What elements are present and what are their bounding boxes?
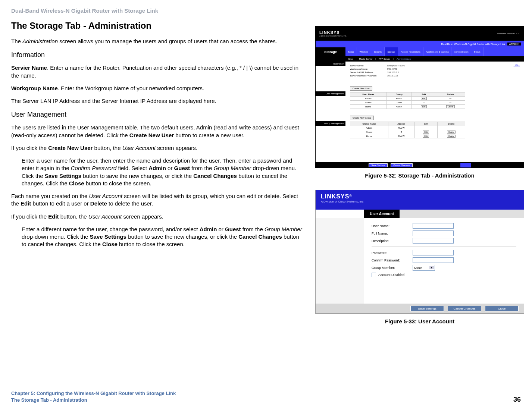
- save-settings-button[interactable]: Save Settings: [410, 306, 444, 311]
- th-edit: Edit: [412, 92, 436, 97]
- group-table: Group NameAccessEditDelete AdminR & W---…: [350, 122, 465, 138]
- section-title: The Storage Tab - Administration: [11, 21, 304, 31]
- workgroup-paragraph: Workgroup Name. Enter the Workgroup Name…: [11, 85, 304, 92]
- help-link[interactable]: Help...: [514, 64, 520, 66]
- server-name-label: Server Name:: [350, 65, 387, 67]
- cancel-changes-button[interactable]: Cancel Changes: [391, 163, 412, 167]
- tab-admin[interactable]: Administration: [451, 47, 471, 56]
- sidebar-user-mgmt: User Management: [316, 91, 345, 96]
- tab-storage[interactable]: Storage: [385, 47, 398, 56]
- subnav-disk[interactable]: Disk: [345, 58, 356, 60]
- th-delete: Delete: [436, 92, 465, 97]
- fig2-button-bar: Save Settings Cancel Changes Close: [316, 304, 524, 313]
- page-footer: Chapter 5: Configuring the Wireless-N Gi…: [11, 390, 521, 404]
- password-input[interactable]: [413, 250, 454, 255]
- group-member-label: Group Member:: [372, 266, 413, 270]
- th-username: User Name: [350, 92, 387, 97]
- fig1-bottom-bar: Save Settings Cancel Changes: [316, 162, 524, 168]
- footer-chapter-info: Chapter 5: Configuring the Wireless-N Gi…: [11, 390, 176, 404]
- close-button[interactable]: Close: [485, 306, 519, 311]
- th-delete: Delete: [438, 122, 465, 126]
- logo-subtitle: A Division of Cisco Systems, Inc.: [321, 200, 519, 203]
- tab-security[interactable]: Security: [371, 47, 385, 56]
- user-name-label: User Name:: [372, 224, 413, 228]
- fig1-main: Help... Server Name:LinksysWRT600N Workg…: [345, 62, 524, 162]
- create-new-group-button[interactable]: Create New Group: [350, 116, 374, 120]
- left-column: The Storage Tab - Administration The Adm…: [11, 21, 304, 336]
- linksys-logo: LINKSYS: [319, 30, 347, 35]
- table-row: HomeAdminEditDelete: [350, 105, 465, 109]
- user-intro-paragraph: The users are listed in the User Managem…: [11, 124, 304, 139]
- fig1-nav: Storage Setup Wireless Security Storage …: [316, 47, 524, 56]
- table-row: GuessREditDelete: [350, 130, 465, 134]
- confirm-password-label: Confirm Password:: [372, 258, 413, 262]
- user-table: User NameGroupEditDelete AdminAdminEdit-…: [350, 92, 465, 109]
- edit-detail-paragraph: Enter a different name for the user, cha…: [22, 226, 304, 248]
- tab-apps[interactable]: Applications & Gaming: [423, 47, 452, 56]
- tab-status[interactable]: Status: [471, 47, 483, 56]
- delete-button[interactable]: Delete: [447, 131, 455, 134]
- edit-click-paragraph: If you click the Edit button, the User A…: [11, 213, 304, 220]
- figure1-caption: Figure 5-32: Storage Tab - Administratio…: [315, 172, 524, 179]
- each-name-paragraph: Each name you created on the User Accoun…: [11, 192, 304, 208]
- tab-wireless[interactable]: Wireless: [357, 47, 371, 56]
- workgroup-label: Workgroup Name:: [350, 68, 387, 70]
- save-settings-button[interactable]: Save Settings: [369, 163, 388, 167]
- edit-button[interactable]: Edit: [423, 131, 429, 134]
- right-column: LINKSYS A Division of Cisco Systems, Inc…: [315, 21, 524, 336]
- intro-paragraph: The Administration screen allows you to …: [11, 38, 304, 45]
- nav-section-label: Storage: [316, 47, 345, 56]
- sidebar-group-mgmt: Group Management: [316, 121, 345, 126]
- table-row: HomeR & WEditDelete: [350, 134, 465, 138]
- description-label: Description:: [372, 239, 413, 243]
- ip-display-paragraph: The Server LAN IP Address and the Server…: [11, 97, 304, 105]
- account-disabled-checkbox[interactable]: [372, 273, 376, 277]
- tab-access[interactable]: Access Restrictions: [398, 47, 423, 56]
- cisco-logo-icon: [460, 163, 471, 167]
- subnav-media[interactable]: Media Server: [356, 58, 376, 60]
- description-input[interactable]: [413, 238, 454, 244]
- registered-icon: ®: [349, 194, 352, 198]
- subnav-admin[interactable]: Administration: [394, 58, 414, 60]
- lan-ip-value: 192.168.1.1: [387, 71, 399, 73]
- table-row: GuessGuess------: [350, 101, 465, 105]
- fig2-body: User Name: Full Name: Description: Passw…: [316, 218, 524, 304]
- create-new-user-button[interactable]: Create New User: [350, 86, 372, 91]
- chevron-down-icon: ▾: [429, 266, 434, 269]
- edit-button[interactable]: Edit: [421, 97, 427, 100]
- create-detail-paragraph: Enter a user name for the user, then ent…: [22, 157, 304, 187]
- fig1-header: LINKSYS A Division of Cisco Systems, Inc…: [316, 26, 524, 41]
- fig2-header: LINKSYS® A Division of Cisco Systems, In…: [316, 190, 524, 210]
- fig1-sidebar: Information User Management Group Manage…: [316, 62, 345, 162]
- th-edit: Edit: [414, 122, 438, 126]
- account-disabled-label: Account Disabled: [378, 273, 404, 277]
- group-member-select[interactable]: Admin▾: [413, 265, 435, 271]
- server-name-paragraph: Servier Name. Enter a name for the Route…: [11, 64, 304, 79]
- confirm-password-input[interactable]: [413, 257, 454, 263]
- edit-button[interactable]: Edit: [423, 135, 429, 138]
- full-name-input[interactable]: [413, 230, 454, 236]
- nav-tabs: Setup Wireless Security Storage Access R…: [345, 47, 524, 56]
- wan-ip-value: 10.10.1.10: [387, 75, 398, 77]
- tab-setup[interactable]: Setup: [345, 47, 357, 56]
- model-label: WRT600N: [507, 43, 521, 46]
- edit-button[interactable]: Edit: [421, 105, 427, 108]
- subnav-ftp[interactable]: FTP Server: [376, 58, 394, 60]
- server-name-value: LinksysWRT600N: [387, 65, 405, 67]
- firmware-label: Firmware Version: 1.10: [497, 32, 520, 35]
- delete-button[interactable]: Delete: [447, 135, 455, 138]
- full-name-label: Full Name:: [372, 232, 413, 235]
- user-name-input[interactable]: [413, 223, 454, 229]
- fig2-titlebar: User Account: [316, 210, 524, 218]
- information-heading: Information: [11, 51, 304, 59]
- password-label: Password:: [372, 251, 413, 255]
- page-header: Dual-Band Wireless-N Gigabit Router with…: [11, 7, 521, 14]
- cancel-changes-button[interactable]: Cancel Changes: [448, 306, 481, 311]
- figure-storage-admin: LINKSYS A Division of Cisco Systems, Inc…: [315, 26, 524, 168]
- fig1-subnav: Disk Media Server FTP Server Administrat…: [316, 56, 524, 62]
- wan-ip-label: Server Internet IP Address:: [350, 75, 387, 77]
- figure2-caption: Figure 5-33: User Account: [315, 318, 524, 324]
- delete-button[interactable]: Delete: [446, 105, 454, 108]
- user-management-heading: User Management: [11, 111, 304, 119]
- linksys-logo: LINKSYS: [321, 193, 349, 200]
